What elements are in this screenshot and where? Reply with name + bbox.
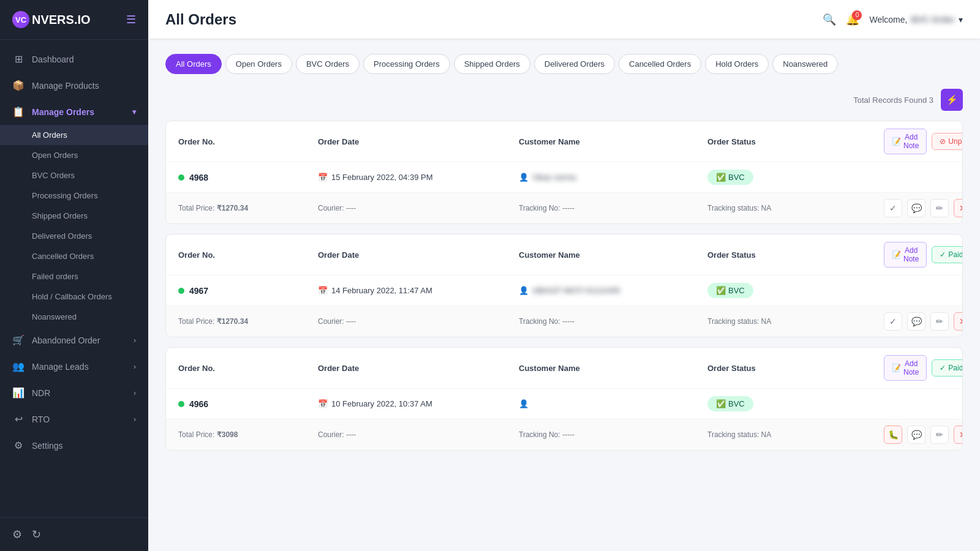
order-sub-4968: Total Price: ₹1270.34 Courier: ---- Trac… — [166, 192, 962, 223]
tab-processing-orders[interactable]: Processing Orders — [363, 54, 450, 74]
dashboard-icon: ⊞ — [12, 53, 24, 65]
delete-icon-4968[interactable]: ✕ — [954, 199, 963, 217]
settings-icon[interactable]: ⚙ — [12, 528, 22, 541]
status-dot — [178, 174, 184, 181]
customer-name-4966: 👤 — [519, 399, 703, 408]
sidebar-item-rto[interactable]: ↩ RTO › — [0, 406, 148, 432]
records-bar: Total Records Found 3 ⚡ — [165, 89, 963, 111]
add-note-button-4968[interactable]: 📝 Add Note — [884, 129, 927, 154]
tab-delivered-orders[interactable]: Delivered Orders — [534, 54, 615, 74]
refresh-icon[interactable]: ↻ — [32, 528, 41, 541]
action-icons-4967: ✓ 💬 ✏ ✕ 👁 — [884, 312, 963, 331]
sidebar-item-dashboard[interactable]: ⊞ Dashboard — [0, 46, 148, 72]
page-title: All Orders — [165, 11, 236, 28]
tab-cancelled-orders[interactable]: Cancelled Orders — [619, 54, 701, 74]
welcome-text: Welcome, BVC Order ▾ — [869, 15, 963, 24]
person-icon: 👤 — [519, 399, 529, 408]
status-dot — [178, 401, 184, 407]
courier-4968: Courier: ---- — [318, 204, 514, 212]
sidebar-item-ndr[interactable]: 📊 NDR › — [0, 380, 148, 406]
order-sub-4966: Total Price: ₹3098 Courier: ---- Trackin… — [166, 419, 962, 450]
sidebar-item-shipped-orders[interactable]: Shipped Orders — [0, 206, 148, 226]
col-order-status: Order Status — [707, 364, 879, 373]
sidebar-item-open-orders[interactable]: Open Orders — [0, 145, 148, 165]
hamburger-icon[interactable]: ☰ — [126, 13, 136, 26]
sidebar-item-manage-products[interactable]: 📦 Manage Products — [0, 72, 148, 99]
sidebar-item-settings[interactable]: ⚙ Settings — [0, 432, 148, 459]
order-date-value: 14 February 2022, 11:47 AM — [331, 286, 432, 295]
customer-name-4967: 👤 ABHIJIT MOTI KULKARI — [519, 286, 703, 295]
edit-icon-4966[interactable]: ✏ — [930, 425, 949, 444]
check-icon-4967[interactable]: ✓ — [884, 312, 902, 331]
sidebar: VC NVERS.IO ☰ ⊞ Dashboard 📦 Manage Produ… — [0, 0, 148, 551]
chat-icon-4966[interactable]: 💬 — [907, 425, 925, 444]
tab-all-orders[interactable]: All Orders — [165, 54, 222, 74]
sidebar-item-abandoned-order[interactable]: 🛒 Abandoned Order › — [0, 327, 148, 353]
tracking-no-4968: Tracking No: ----- — [519, 204, 703, 212]
order-number-4966: 4966 — [178, 399, 313, 409]
col-customer-name: Customer Name — [519, 137, 703, 146]
total-price-4968: Total Price: ₹1270.34 — [178, 204, 313, 212]
sidebar-nav: ⊞ Dashboard 📦 Manage Products 📋 Manage O… — [0, 40, 148, 517]
sidebar-item-all-orders[interactable]: All Orders — [0, 125, 148, 145]
tab-bvc-orders[interactable]: BVC Orders — [296, 54, 360, 74]
dropdown-arrow-icon[interactable]: ▾ — [959, 15, 963, 24]
filter-button[interactable]: ⚡ — [941, 89, 963, 111]
leads-icon: 👥 — [12, 361, 24, 372]
unpaid-button-4968[interactable]: ⊘ Unpaid — [932, 133, 963, 150]
add-note-button-4966[interactable]: 📝 Add Note — [884, 355, 927, 381]
status-dot — [178, 288, 184, 294]
order-data-4967: 4967 📅 14 February 2022, 11:47 AM 👤 ABHI… — [166, 276, 962, 305]
order-status-4968: ✅ BVC — [707, 170, 879, 185]
sidebar-item-bvc-orders[interactable]: BVC Orders — [0, 165, 148, 186]
sidebar-item-cancelled-orders[interactable]: Cancelled Orders — [0, 246, 148, 266]
notification-bell[interactable]: 🔔 0 — [846, 13, 859, 26]
paid-button-4966[interactable]: ✓ Paid — [932, 359, 963, 377]
settings-nav-icon: ⚙ — [12, 440, 24, 451]
chat-icon-4968[interactable]: 💬 — [907, 199, 925, 217]
bug-icon-4966[interactable]: 🐛 — [884, 425, 902, 444]
check-icon-4968[interactable]: ✓ — [884, 199, 902, 217]
edit-icon-4967[interactable]: ✏ — [930, 312, 949, 331]
sidebar-item-failed-orders[interactable]: Failed orders — [0, 266, 148, 287]
order-no-value: 4968 — [189, 173, 208, 182]
sidebar-footer: ⚙ ↻ — [0, 517, 148, 551]
order-data-4968: 4968 📅 15 February 2022, 04:39 PM 👤 Vika… — [166, 162, 962, 192]
col-customer-name: Customer Name — [519, 250, 703, 260]
sidebar-item-delivered-orders[interactable]: Delivered Orders — [0, 226, 148, 246]
order-number-4968: 4968 — [178, 173, 313, 182]
sidebar-item-manage-leads[interactable]: 👥 Manage Leads › — [0, 353, 148, 380]
delete-icon-4966[interactable]: ✕ — [954, 425, 963, 444]
notification-badge: 0 — [852, 10, 862, 20]
welcome-label: Welcome, — [869, 15, 907, 24]
chevron-right-icon: › — [134, 336, 136, 345]
rto-icon: ↩ — [12, 413, 24, 425]
delete-icon-4967[interactable]: ✕ — [954, 312, 963, 331]
tab-noanswered[interactable]: Noanswered — [772, 54, 838, 74]
sidebar-item-processing-orders[interactable]: Processing Orders — [0, 186, 148, 206]
edit-icon-4968[interactable]: ✏ — [930, 199, 949, 217]
paid-button-4967[interactable]: ✓ Paid — [932, 246, 963, 263]
order-status-4966: ✅ BVC — [707, 396, 879, 411]
customer-name-4968: 👤 Vikas verma — [519, 173, 703, 182]
abandoned-icon: 🛒 — [12, 334, 24, 346]
sidebar-item-label: RTO — [32, 414, 50, 424]
courier-4967: Courier: ---- — [318, 317, 514, 326]
tracking-no-4966: Tracking No: ----- — [519, 430, 703, 439]
sidebar-item-noanswered[interactable]: Noanswered — [0, 307, 148, 327]
tab-shipped-orders[interactable]: Shipped Orders — [454, 54, 530, 74]
col-order-date: Order Date — [318, 250, 514, 260]
total-price-4967: Total Price: ₹1270.34 — [178, 317, 313, 326]
tab-hold-orders[interactable]: Hold Orders — [705, 54, 769, 74]
sidebar-item-hold-callback-orders[interactable]: Hold / Callback Orders — [0, 287, 148, 307]
add-note-button-4967[interactable]: 📝 Add Note — [884, 242, 927, 268]
sidebar-item-label: Abandoned Order — [32, 335, 100, 345]
col-order-date: Order Date — [318, 364, 514, 373]
calendar-icon: 📅 — [318, 286, 328, 295]
col-order-no: Order No. — [178, 364, 313, 373]
products-icon: 📦 — [12, 80, 24, 91]
search-icon[interactable]: 🔍 — [823, 13, 836, 26]
sidebar-item-manage-orders[interactable]: 📋 Manage Orders ▾ — [0, 99, 148, 125]
chat-icon-4967[interactable]: 💬 — [907, 312, 925, 331]
tab-open-orders[interactable]: Open Orders — [225, 54, 292, 74]
